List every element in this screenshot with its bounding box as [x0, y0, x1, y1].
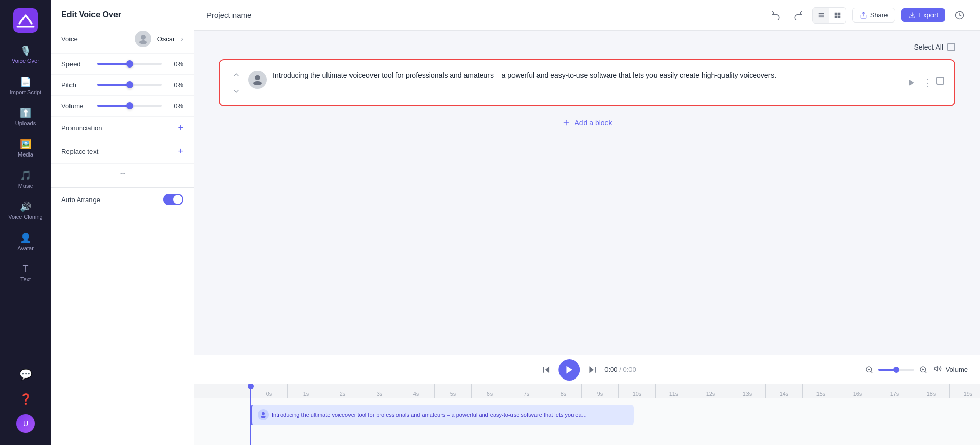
block-up-btn[interactable] — [230, 69, 242, 81]
share-label: Share — [870, 11, 888, 19]
volume-icon — [934, 365, 942, 375]
clip-avatar — [258, 409, 269, 420]
ruler-tick: 5s — [434, 384, 471, 398]
ruler-tick: 1s — [287, 384, 324, 398]
history-button[interactable] — [951, 7, 968, 24]
panel-title: Edit Voice Over — [51, 0, 194, 25]
ruler-tick: 6s — [471, 384, 508, 398]
block-text[interactable]: Introducing the ultimate voiceover tool … — [273, 69, 898, 81]
ruler-tick: 2s — [324, 384, 361, 398]
sidebar-item-voice-cloning[interactable]: 🔊 Voice Cloning — [4, 197, 47, 224]
voice-selector[interactable]: Voice Oscar › — [51, 25, 194, 54]
ruler-tick: 14s — [765, 384, 802, 398]
avatar-icon: 👤 — [20, 232, 31, 243]
pitch-control: Pitch 0% — [51, 75, 194, 96]
sidebar-item-media[interactable]: 🖼️ Media — [4, 135, 47, 162]
view-list-btn[interactable] — [813, 8, 829, 23]
ruler-tick: 10s — [618, 384, 655, 398]
add-block-button[interactable]: Add a block — [219, 113, 955, 133]
sidebar-item-label: Text — [20, 276, 31, 282]
replace-text-section[interactable]: Replace text + — [51, 140, 194, 164]
ruler-tick: 9s — [581, 384, 618, 398]
volume-section: Volume — [863, 364, 968, 376]
ruler-tick: 4s — [398, 384, 434, 398]
speed-slider[interactable] — [97, 59, 162, 69]
select-all-checkbox[interactable] — [947, 43, 955, 51]
skip-forward-button[interactable] — [584, 362, 600, 378]
timeline-track: Introducing the ultimate voiceover tool … — [250, 403, 980, 427]
pitch-label: Pitch — [61, 81, 92, 89]
ruler-tick: 18s — [913, 384, 949, 398]
microphone-icon: 🎙️ — [20, 45, 31, 56]
block-play-btn[interactable] — [904, 76, 919, 90]
block-avatar — [248, 71, 267, 89]
ruler-tick: 13s — [729, 384, 765, 398]
zoom-in-button[interactable] — [917, 364, 929, 376]
volume-slider[interactable] — [97, 101, 162, 111]
select-all-label: Select All — [914, 43, 943, 51]
sidebar-item-voice-over[interactable]: 🎙️ Voice Over — [4, 41, 47, 68]
sidebar-item-music[interactable]: 🎵 Music — [4, 166, 47, 193]
add-block-label: Add a block — [574, 119, 612, 127]
zoom-section — [863, 364, 929, 376]
ruler-tick: 19s — [949, 384, 980, 398]
pitch-slider[interactable] — [97, 80, 162, 90]
svg-rect-4 — [818, 14, 824, 15]
main-content: Project name — [194, 0, 980, 445]
ruler-tick: 3s — [361, 384, 398, 398]
sidebar-item-label: Voice Over — [12, 58, 39, 64]
sidebar-item-text[interactable]: T Text — [4, 259, 47, 286]
auto-arrange-row: Auto Arrange — [51, 187, 194, 211]
chat-icon[interactable]: 💬 — [16, 365, 35, 384]
user-avatar[interactable]: U — [16, 414, 35, 433]
block-more-btn[interactable]: ⋮ — [923, 77, 932, 88]
voice-chevron-icon: › — [181, 35, 183, 43]
zoom-slider[interactable] — [878, 369, 914, 371]
svg-point-2 — [139, 40, 147, 44]
ruler-tick: 17s — [876, 384, 913, 398]
svg-line-27 — [925, 371, 926, 373]
svg-marker-20 — [566, 366, 572, 373]
ruler-tick: 0s — [250, 384, 287, 398]
share-button[interactable]: Share — [852, 8, 896, 23]
svg-point-1 — [141, 35, 146, 40]
export-button[interactable]: Export — [901, 8, 945, 22]
pronunciation-section[interactable]: Pronunciation + — [51, 117, 194, 140]
sidebar-item-uploads[interactable]: ⬆️ Uploads — [4, 103, 47, 130]
pronunciation-add-icon: + — [178, 123, 183, 134]
volume-label: Volume — [946, 366, 968, 373]
collapse-btn[interactable]: ⌢ — [51, 164, 194, 183]
svg-marker-21 — [589, 366, 593, 373]
sidebar-bottom: 💬 ❓ U — [16, 365, 35, 439]
voice-avatar — [135, 31, 151, 47]
timeline-clip[interactable]: Introducing the ultimate voiceover tool … — [250, 405, 634, 425]
svg-point-31 — [262, 412, 265, 415]
sidebar-item-label: Import Script — [10, 89, 41, 95]
sidebar-item-label: Avatar — [17, 245, 34, 251]
help-icon[interactable]: ❓ — [16, 390, 35, 408]
media-icon: 🖼️ — [20, 139, 31, 150]
pitch-value: 0% — [167, 81, 183, 89]
svg-rect-7 — [837, 12, 840, 15]
sidebar-item-import-script[interactable]: 📄 Import Script — [4, 72, 47, 99]
volume-control: Volume 0% — [51, 96, 194, 117]
auto-arrange-toggle[interactable] — [163, 194, 183, 205]
skip-back-button[interactable] — [538, 362, 554, 378]
redo-button[interactable] — [790, 7, 806, 24]
zoom-out-button[interactable] — [863, 364, 875, 376]
view-grid-btn[interactable] — [829, 8, 846, 23]
ruler-tick: 12s — [692, 384, 729, 398]
play-pause-button[interactable] — [558, 359, 580, 381]
svg-rect-0 — [13, 8, 38, 33]
replace-text-label: Replace text — [61, 148, 178, 155]
volume-value: 0% — [167, 102, 183, 110]
sidebar-item-label: Media — [18, 151, 33, 158]
undo-button[interactable] — [767, 7, 784, 24]
sidebar-item-label: Music — [18, 183, 33, 189]
sidebar-item-avatar[interactable]: 👤 Avatar — [4, 228, 47, 255]
svg-rect-6 — [834, 12, 837, 15]
block-checkbox[interactable] — [936, 77, 944, 85]
controls-panel: Edit Voice Over Voice Oscar › Speed 0% — [51, 0, 194, 445]
block-down-btn[interactable] — [230, 85, 242, 97]
app-logo[interactable] — [11, 6, 40, 35]
